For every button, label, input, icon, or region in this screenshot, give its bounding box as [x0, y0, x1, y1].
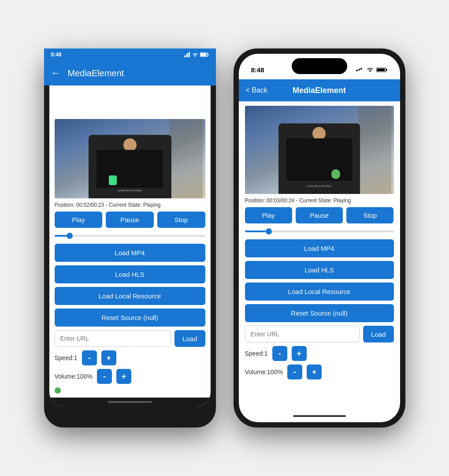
android-status-time: 8:48	[51, 54, 62, 58]
ios-url-row: Load	[245, 326, 394, 342]
svg-point-11	[369, 71, 371, 72]
ios-volume-minus[interactable]: -	[287, 364, 302, 379]
ios-battery-icon	[376, 67, 388, 73]
android-volume-label: Volume:100%	[55, 373, 93, 380]
ios-stop-button[interactable]: Stop	[346, 207, 393, 223]
signal-icon	[184, 54, 190, 57]
svg-rect-3	[189, 54, 190, 57]
android-screen: 8:48	[49, 54, 211, 406]
scene: 8:48	[26, 31, 423, 445]
android-stop-button[interactable]: Stop	[157, 212, 205, 228]
ios-status-icons	[356, 67, 388, 73]
android-indicator-row	[55, 387, 205, 397]
android-speed-minus[interactable]: -	[82, 350, 97, 365]
battery-icon	[200, 54, 209, 57]
android-home-pill	[108, 401, 152, 403]
svg-rect-7	[200, 54, 206, 56]
android-seekbar[interactable]	[55, 231, 205, 240]
svg-rect-2	[187, 54, 189, 57]
android-load-local-button[interactable]: Load Local Resource	[55, 287, 205, 305]
wifi-icon	[192, 54, 198, 57]
android-phone: 8:48	[44, 48, 216, 428]
svg-point-8	[356, 70, 358, 71]
ios-phone: 8:48	[234, 48, 405, 428]
ios-reset-source-button[interactable]: Reset Source (null)	[245, 304, 394, 322]
ios-status-time: 8:48	[251, 66, 264, 74]
android-speed-label: Speed:1	[55, 354, 78, 361]
ios-screen: 8:48	[239, 54, 400, 422]
android-status-dot	[55, 387, 61, 394]
ios-play-button[interactable]: Play	[245, 207, 292, 223]
ios-load-url-button[interactable]: Load	[363, 326, 393, 342]
svg-rect-1	[186, 54, 187, 57]
android-load-mp4-button[interactable]: Load MP4	[55, 244, 205, 262]
ios-speed-plus[interactable]: +	[292, 346, 307, 361]
android-status-icons	[184, 54, 209, 57]
ios-volume-row: Volume:100% - +	[245, 364, 394, 379]
android-back-button[interactable]: ←	[51, 67, 61, 79]
ios-dynamic-island	[292, 58, 347, 74]
android-content: using Microsoft.Maui Position: 00:02/00:…	[49, 115, 211, 398]
ios-video-player[interactable]: using Microsoft.Maui	[245, 106, 394, 194]
svg-rect-0	[184, 56, 186, 57]
ios-home-bar	[293, 415, 346, 417]
svg-rect-13	[386, 69, 387, 71]
android-page-title: MediaElement	[68, 68, 124, 78]
android-url-input[interactable]	[55, 330, 171, 347]
android-volume-row: Volume:100% - +	[55, 369, 205, 384]
ios-speed-row: Speed:1 - +	[245, 346, 394, 361]
svg-point-9	[358, 69, 360, 71]
android-controls: Play Pause Stop	[55, 212, 205, 228]
ios-signal-icon	[356, 67, 364, 72]
android-speed-plus[interactable]: +	[101, 350, 116, 365]
android-video-player[interactable]: using Microsoft.Maui	[55, 119, 205, 198]
ios-page-title: MediaElement	[293, 86, 346, 95]
android-speed-row: Speed:1 - +	[55, 350, 205, 365]
android-url-row: Load	[55, 330, 205, 347]
ios-speed-minus[interactable]: -	[272, 346, 287, 361]
ios-navbar: < Back MediaElement	[239, 79, 400, 101]
ios-home-indicator	[239, 410, 400, 422]
svg-rect-14	[377, 68, 385, 71]
android-reset-source-button[interactable]: Reset Source (null)	[55, 309, 205, 327]
svg-rect-6	[208, 54, 208, 56]
android-load-hls-button[interactable]: Load HLS	[55, 265, 205, 283]
android-home-bar	[49, 398, 211, 406]
ios-controls: Play Pause Stop	[245, 207, 394, 223]
ios-content: using Microsoft.Maui Position: 00:03/00:…	[239, 101, 400, 410]
ios-volume-plus[interactable]: +	[307, 364, 322, 379]
ios-pause-button[interactable]: Pause	[296, 207, 343, 223]
android-volume-minus[interactable]: -	[97, 369, 112, 384]
android-position-text: Position: 00:02/00:23 - Current State: P…	[55, 202, 205, 208]
ios-volume-label: Volume:100%	[245, 368, 283, 376]
android-appbar: 8:48	[49, 54, 211, 78]
ios-speed-label: Speed:1	[245, 350, 268, 357]
ios-url-input[interactable]	[245, 326, 360, 342]
ios-load-mp4-button[interactable]: Load MP4	[245, 239, 394, 257]
ios-position-text: Position: 00:03/00:24 - Current State: P…	[245, 197, 394, 204]
ios-load-hls-button[interactable]: Load HLS	[245, 261, 394, 279]
ios-load-local-button[interactable]: Load Local Resource	[245, 283, 394, 301]
android-load-url-button[interactable]: Load	[174, 330, 205, 347]
ios-seekbar[interactable]	[245, 227, 394, 236]
svg-point-10	[360, 68, 362, 70]
ios-wifi-icon	[367, 67, 374, 72]
ios-back-button[interactable]: < Back	[246, 86, 267, 94]
android-play-button[interactable]: Play	[55, 212, 103, 228]
svg-point-4	[194, 56, 196, 57]
android-volume-plus[interactable]: +	[116, 369, 131, 384]
android-pause-button[interactable]: Pause	[106, 212, 154, 228]
